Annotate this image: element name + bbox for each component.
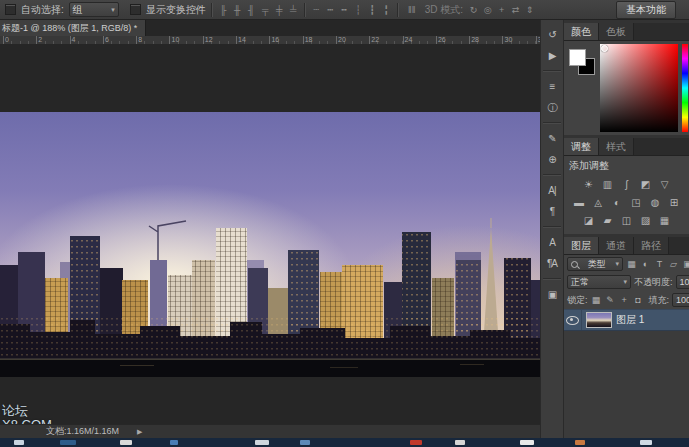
threshold-adjustment-icon[interactable]: ◫ (619, 214, 634, 228)
filter-smart-objects-icon[interactable]: ▣ (682, 259, 689, 269)
ruler-number: 20 (338, 36, 346, 44)
3d-rotate-icon[interactable]: ↻ (468, 5, 479, 15)
align-top-edges-icon[interactable]: ╤ (260, 5, 271, 15)
ruler-number: 18 (305, 36, 313, 44)
curves-adjustment-icon[interactable]: ʃ (619, 178, 634, 192)
layer-filter-dropdown[interactable]: 类型 ▾ (567, 257, 623, 271)
3d-scale-icon[interactable]: ⇕ (524, 5, 535, 15)
align-bottom-edges-icon[interactable]: ╧ (288, 5, 299, 15)
lock-position-icon[interactable]: + (619, 295, 630, 305)
3d-panel-icon[interactable]: ▣ (542, 286, 562, 303)
clone-source-panel-icon[interactable]: ⊕ (542, 151, 562, 168)
3d-slide-icon[interactable]: ⇄ (510, 5, 521, 15)
tab-adjustments[interactable]: 调整 (564, 138, 599, 155)
paragraph-panel-icon[interactable]: ¶ (542, 203, 562, 220)
filter-type-layers-icon[interactable]: T (654, 259, 665, 269)
layer-filter-value: 类型 (588, 258, 606, 271)
color-picker-marker[interactable] (601, 45, 608, 52)
adjustment-icons-row3: ◪▰◫▨▦ (567, 212, 686, 230)
layers-empty-area[interactable] (564, 331, 689, 438)
distribute-top-edges-icon[interactable]: ┄ (311, 5, 322, 15)
tab-styles[interactable]: 样式 (599, 138, 634, 155)
auto-select-checkbox[interactable] (5, 4, 16, 15)
paragraph-styles-panel-icon[interactable]: ¶A (542, 255, 562, 272)
layer-row-selected[interactable]: 图层 1 (564, 309, 689, 331)
hue-saturation-adjustment-icon[interactable]: ▬ (572, 196, 587, 210)
tab-channels[interactable]: 通道 (599, 237, 634, 254)
distribute-horizontal-centers-icon[interactable]: ┇ (367, 5, 378, 15)
panel-column: 颜色 色板 调整 样式 添加调整 ☀▥ʃ◩▽ (564, 20, 689, 438)
exposure-adjustment-icon[interactable]: ◩ (638, 178, 653, 192)
levels-adjustment-icon[interactable]: ▥ (600, 178, 615, 192)
status-popup-arrow-icon[interactable]: ▶ (137, 428, 142, 436)
layer-thumbnail[interactable] (586, 312, 612, 328)
lock-buttons: ▦✎+◘ (591, 295, 644, 305)
lock-label: 锁定: (567, 294, 588, 307)
ruler-number: 0 (5, 36, 9, 44)
tab-paths[interactable]: 路径 (634, 237, 669, 254)
auto-select-dropdown[interactable]: 组▾ (69, 2, 119, 17)
eye-icon (566, 316, 579, 325)
saturation-brightness-field[interactable] (600, 44, 678, 132)
lock-image-pixels-icon[interactable]: ✎ (605, 295, 616, 305)
color-panel-tabs: 颜色 色板 (564, 23, 689, 41)
color-balance-adjustment-icon[interactable]: ◬ (591, 196, 606, 210)
distribute-right-edges-icon[interactable]: ╏ (381, 5, 392, 15)
posterize-adjustment-icon[interactable]: ▰ (600, 214, 615, 228)
black-white-adjustment-icon[interactable]: ◐ (610, 196, 625, 210)
auto-align-layers-icon[interactable]: ‖‖ (404, 5, 420, 15)
3d-drag-icon[interactable]: + (496, 5, 507, 15)
layers-filter-row: 类型 ▾ ▦◐T▱▣ (564, 255, 689, 273)
align-right-edges-icon[interactable]: ╢ (246, 5, 257, 15)
layer-visibility-toggle[interactable] (564, 310, 582, 330)
align-horizontal-centers-icon[interactable]: ╫ (232, 5, 243, 15)
tab-layers[interactable]: 图层 (564, 237, 599, 254)
lock-all-icon[interactable]: ◘ (633, 295, 644, 305)
workspace-switcher-button[interactable]: 基本功能 (616, 1, 676, 19)
character-styles-panel-icon[interactable]: A (542, 234, 562, 251)
vibrance-adjustment-icon[interactable]: ▽ (657, 178, 672, 192)
distribute-bottom-edges-icon[interactable]: ╍ (339, 5, 350, 15)
distribute-vertical-centers-icon[interactable]: ┅ (325, 5, 336, 15)
distribute-left-edges-icon[interactable]: ┆ (353, 5, 364, 15)
brightness-contrast-adjustment-icon[interactable]: ☀ (581, 178, 596, 192)
3d-roll-icon[interactable]: ◎ (482, 5, 493, 15)
lock-transparent-pixels-icon[interactable]: ▦ (591, 295, 602, 305)
filter-pixel-layers-icon[interactable]: ▦ (626, 259, 637, 269)
document-tab-bar: 标题-1 @ 188% (图层 1, RGB/8) * (0, 20, 540, 37)
foreground-color-swatch[interactable] (569, 49, 586, 66)
document-tab[interactable]: 标题-1 @ 188% (图层 1, RGB/8) * (0, 20, 146, 36)
color-lookup-adjustment-icon[interactable]: ⊞ (667, 196, 682, 210)
align-vertical-centers-icon[interactable]: ╪ (274, 5, 285, 15)
ruler-number: 4 (72, 36, 76, 44)
canvas-area[interactable]: 论坛 X8.COM (0, 44, 540, 424)
tab-swatches[interactable]: 色板 (599, 23, 634, 40)
channel-mixer-adjustment-icon[interactable]: ◍ (648, 196, 663, 210)
3d-mode-label: 3D 模式: (425, 3, 463, 17)
fill-field[interactable]: 100% ▾ (672, 293, 689, 307)
hue-slider[interactable] (682, 44, 688, 132)
watermark-line2: X8.COM (2, 418, 52, 424)
ruler-number: 16 (271, 36, 279, 44)
tab-color[interactable]: 颜色 (564, 23, 599, 40)
ruler-number: 28 (471, 36, 479, 44)
actions-panel-icon[interactable]: ▶ (542, 47, 562, 64)
ruler-number: 12 (205, 36, 213, 44)
adjustments-panel-tabs: 调整 样式 (564, 138, 689, 156)
info-panel-icon[interactable]: ⓘ (542, 99, 562, 116)
character-panel-icon[interactable]: A| (542, 182, 562, 199)
gradient-map-adjustment-icon[interactable]: ▨ (638, 214, 653, 228)
filter-shape-layers-icon[interactable]: ▱ (668, 259, 679, 269)
align-left-edges-icon[interactable]: ╟ (218, 5, 229, 15)
show-transform-controls-checkbox[interactable] (130, 4, 141, 15)
selective-color-adjustment-icon[interactable]: ▦ (657, 214, 672, 228)
opacity-field[interactable]: 100% ▾ (676, 275, 689, 289)
chevron-down-icon: ▾ (111, 6, 115, 14)
brush-presets-panel-icon[interactable]: ✎ (542, 130, 562, 147)
blend-mode-dropdown[interactable]: 正常 ▾ (567, 275, 631, 289)
history-panel-icon[interactable]: ↺ (542, 26, 562, 43)
photo-filter-adjustment-icon[interactable]: ◳ (629, 196, 644, 210)
properties-panel-icon[interactable]: ≡ (542, 78, 562, 95)
invert-adjustment-icon[interactable]: ◪ (581, 214, 596, 228)
filter-adjustment-layers-icon[interactable]: ◐ (640, 259, 651, 269)
